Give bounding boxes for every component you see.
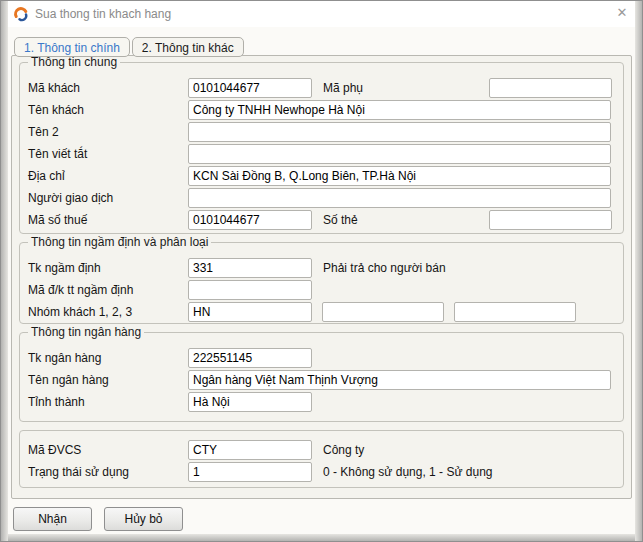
trang-thai-note: 0 - Không sử dụng, 1 - Sử dụng <box>323 461 493 483</box>
group-general-info: Thông tin chung Mã khách Mã phụ Tên khác… <box>19 62 624 234</box>
group-defaults-title: Thông tin ngầm định và phân loại <box>28 235 211 250</box>
row-ma-khach: Mã khách Mã phụ <box>28 77 615 99</box>
row-ten-ngan-hang: Tên ngân hàng <box>28 369 615 391</box>
row-ten-khach: Tên khách <box>28 99 615 121</box>
ma-dvcs-note: Công ty <box>323 439 364 461</box>
dia-chi-label: Địa chỉ <box>28 165 65 187</box>
group-bank-title: Thông tin ngân hàng <box>28 325 144 340</box>
ma-phu-input[interactable] <box>489 78 612 98</box>
tk-ngan-hang-input[interactable] <box>188 348 312 368</box>
so-the-label: Số thẻ <box>323 209 358 231</box>
ma-dk-tt-label: Mã đ/k tt ngầm định <box>28 279 133 301</box>
nhom-khach-label: Nhóm khách 1, 2, 3 <box>28 301 132 323</box>
ma-dvcs-label: Mã ĐVCS <box>28 439 81 461</box>
row-dia-chi: Địa chỉ <box>28 165 615 187</box>
row-ten-2: Tên 2 <box>28 121 615 143</box>
app-logo-icon <box>13 6 29 22</box>
ma-so-thue-label: Mã số thuế <box>28 209 87 231</box>
row-ma-dk-tt: Mã đ/k tt ngầm định <box>28 279 615 301</box>
ma-dvcs-input[interactable] <box>188 440 312 460</box>
trang-thai-input[interactable] <box>188 462 312 482</box>
ten-khach-input[interactable] <box>188 100 611 120</box>
row-tk-ngam-dinh: Tk ngầm định Phải trả cho người bán <box>28 257 615 279</box>
tk-ngam-dinh-label: Tk ngầm định <box>28 257 101 279</box>
tk-ngam-dinh-note: Phải trả cho người bán <box>323 257 446 279</box>
tk-ngan-hang-label: Tk ngân hàng <box>28 347 101 369</box>
ten-ngan-hang-label: Tên ngân hàng <box>28 369 109 391</box>
group-general-title: Thông tin chung <box>28 55 120 70</box>
nhom-khach-2-input[interactable] <box>322 302 444 322</box>
tinh-thanh-label: Tỉnh thành <box>28 391 85 413</box>
edit-customer-dialog: Sua thong tin khach hang ✕ 1. Thông tin … <box>0 0 643 542</box>
tab-bar: 1. Thông tin chính 2. Thông tin khác <box>14 37 244 57</box>
button-bar: Nhận Hủy bỏ <box>13 507 183 531</box>
window-title: Sua thong tin khach hang <box>35 7 171 21</box>
window-frame-right <box>635 1 642 541</box>
nhom-khach-1-input[interactable] <box>188 302 312 322</box>
nhom-khach-3-input[interactable] <box>454 302 576 322</box>
tk-ngam-dinh-input[interactable] <box>188 258 312 278</box>
ma-khach-input[interactable] <box>188 78 312 98</box>
ma-dk-tt-input[interactable] <box>188 280 312 300</box>
row-ten-viet-tat: Tên viết tắt <box>28 143 615 165</box>
tab-page-main: Thông tin chung Mã khách Mã phụ Tên khác… <box>11 55 632 499</box>
group-defaults: Thông tin ngầm định và phân loại Tk ngầm… <box>19 242 624 324</box>
cancel-button[interactable]: Hủy bỏ <box>104 507 183 531</box>
tinh-thanh-input[interactable] <box>188 392 312 412</box>
row-nguoi-giao-dich: Người giao dịch <box>28 187 615 209</box>
dialog-body: 1. Thông tin chính 2. Thông tin khác Thô… <box>8 27 635 534</box>
trang-thai-label: Trạng thái sử dụng <box>28 461 129 483</box>
row-tinh-thanh: Tỉnh thành <box>28 391 615 413</box>
ten-viet-tat-input[interactable] <box>188 144 611 164</box>
accept-button[interactable]: Nhận <box>13 507 92 531</box>
so-the-input[interactable] <box>489 210 612 230</box>
tab-main-info[interactable]: 1. Thông tin chính <box>14 37 130 57</box>
row-trang-thai: Trạng thái sử dụng 0 - Không sử dụng, 1 … <box>28 461 615 483</box>
row-ma-dvcs: Mã ĐVCS Công ty <box>28 439 615 461</box>
row-nhom-khach: Nhóm khách 1, 2, 3 <box>28 301 615 323</box>
ma-khach-label: Mã khách <box>28 77 80 99</box>
ten-2-input[interactable] <box>188 122 611 142</box>
ten-ngan-hang-input[interactable] <box>188 370 611 390</box>
close-icon[interactable]: ✕ <box>613 4 631 22</box>
ma-so-thue-input[interactable] <box>188 210 312 230</box>
window-frame-bottom <box>1 534 642 541</box>
ten-viet-tat-label: Tên viết tắt <box>28 143 87 165</box>
ma-phu-label: Mã phụ <box>323 77 363 99</box>
dia-chi-input[interactable] <box>188 166 611 186</box>
ten-khach-label: Tên khách <box>28 99 84 121</box>
ten-2-label: Tên 2 <box>28 121 59 143</box>
window-frame-left <box>1 1 8 541</box>
row-ma-so-thue: Mã số thuế Số thẻ <box>28 209 615 231</box>
nguoi-giao-dich-label: Người giao dịch <box>28 187 113 209</box>
nguoi-giao-dich-input[interactable] <box>188 188 611 208</box>
row-tk-ngan-hang: Tk ngân hàng <box>28 347 615 369</box>
group-unit-status: Mã ĐVCS Công ty Trạng thái sử dụng 0 - K… <box>19 430 624 488</box>
tab-other-info[interactable]: 2. Thông tin khác <box>132 37 244 57</box>
group-bank-info: Thông tin ngân hàng Tk ngân hàng Tên ngâ… <box>19 332 624 422</box>
titlebar[interactable]: Sua thong tin khach hang ✕ <box>8 1 635 27</box>
